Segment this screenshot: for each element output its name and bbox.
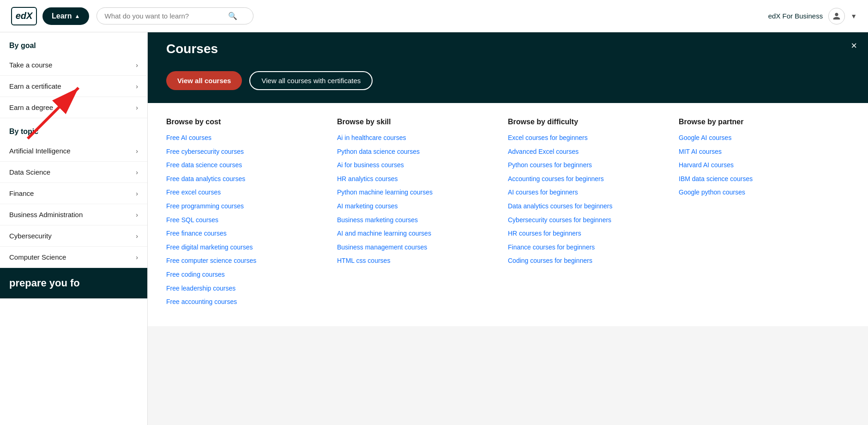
view-all-courses-with-certs-button[interactable]: View all courses with certificates (249, 71, 373, 90)
chevron-right-icon: › (136, 232, 138, 240)
close-button[interactable]: × (851, 40, 857, 52)
chevron-right-icon: › (136, 169, 138, 176)
sidebar-item-earn-certificate[interactable]: Earn a certificate › (0, 76, 147, 97)
sidebar-item-cyber-label: Cybersecurity (9, 232, 52, 240)
browse-link-0-4[interactable]: Free excel courses (166, 188, 328, 197)
browse-link-3-2[interactable]: Harvard AI courses (679, 161, 840, 170)
search-icon: 🔍 (228, 12, 237, 20)
sidebar-item-take-course[interactable]: Take a course › (0, 55, 147, 76)
browse-link-2-4[interactable]: AI courses for beginners (508, 188, 669, 197)
browse-link-0-9[interactable]: Free computer science courses (166, 256, 328, 266)
sidebar-item-business-admin[interactable]: Business Administration › (0, 204, 147, 225)
learn-label: Learn (52, 12, 72, 20)
search-bar: 🔍 (96, 7, 253, 24)
sidebar-item-earn-degree[interactable]: Earn a degree › (0, 97, 147, 118)
browse-link-1-3[interactable]: HR analytics courses (337, 175, 499, 184)
user-icon[interactable] (828, 8, 845, 24)
header: edX Learn ▲ 🔍 edX For Business ▼ (0, 0, 868, 32)
chevron-right-icon: › (136, 147, 138, 155)
browse-link-2-7[interactable]: HR courses for beginners (508, 229, 669, 238)
main-layout: By goal Take a course › Earn a certifica… (0, 32, 868, 425)
browse-column-0: Browse by costFree AI coursesFree cybers… (166, 118, 337, 311)
sidebar-bottom-banner: prepare you fo (0, 268, 147, 298)
browse-link-2-5[interactable]: Data analytics courses for beginners (508, 202, 669, 211)
browse-link-0-8[interactable]: Free digital marketing courses (166, 243, 328, 252)
sidebar-item-biz-admin-label: Business Administration (9, 211, 83, 219)
browse-link-1-1[interactable]: Python data science courses (337, 147, 499, 157)
browse-link-2-6[interactable]: Cybersecurity courses for beginners (508, 216, 669, 225)
sidebar-item-data-science[interactable]: Data Science › (0, 162, 147, 183)
chevron-right-icon: › (136, 104, 138, 111)
chevron-up-icon: ▲ (75, 13, 80, 19)
browse-link-1-9[interactable]: HTML css courses (337, 256, 499, 266)
sidebar-item-ai-label: Artificial Intelligence (9, 147, 71, 155)
sidebar-item-ai[interactable]: Artificial Intelligence › (0, 140, 147, 162)
courses-header-buttons: View all courses View all courses with c… (166, 71, 373, 90)
sidebar-item-computer-science[interactable]: Computer Science › (0, 247, 147, 268)
edx-logo[interactable]: edX (11, 7, 37, 25)
browse-link-3-1[interactable]: MIT AI courses (679, 147, 840, 157)
browse-link-0-5[interactable]: Free programming courses (166, 202, 328, 211)
for-business-link[interactable]: edX For Business (768, 12, 823, 20)
browse-link-0-12[interactable]: Free accounting courses (166, 298, 328, 307)
browse-grid: Browse by costFree AI coursesFree cybers… (148, 103, 868, 326)
browse-link-1-4[interactable]: Python machine learning courses (337, 188, 499, 197)
chevron-right-icon: › (136, 83, 138, 90)
browse-column-title-0: Browse by cost (166, 118, 328, 126)
browse-link-1-7[interactable]: AI and machine learning courses (337, 229, 499, 238)
browse-link-1-2[interactable]: Ai for business courses (337, 161, 499, 170)
courses-header: Courses View all courses View all course… (148, 32, 868, 103)
browse-column-title-1: Browse by skill (337, 118, 499, 126)
chevron-right-icon: › (136, 211, 138, 219)
browse-link-2-3[interactable]: Accounting courses for beginners (508, 175, 669, 184)
chevron-right-icon: › (136, 254, 138, 261)
sidebar-item-earn-cert-label: Earn a certificate (9, 82, 61, 90)
browse-link-0-11[interactable]: Free leadership courses (166, 284, 328, 293)
browse-link-3-3[interactable]: IBM data science courses (679, 175, 840, 184)
browse-link-0-2[interactable]: Free data science courses (166, 161, 328, 170)
browse-link-2-9[interactable]: Coding courses for beginners (508, 256, 669, 266)
browse-link-0-6[interactable]: Free SQL courses (166, 216, 328, 225)
browse-column-title-3: Browse by partner (679, 118, 840, 126)
view-all-courses-button[interactable]: View all courses (166, 71, 242, 90)
browse-link-0-7[interactable]: Free finance courses (166, 229, 328, 238)
chevron-right-icon: › (136, 61, 138, 69)
browse-link-2-0[interactable]: Excel courses for beginners (508, 134, 669, 143)
browse-link-0-0[interactable]: Free AI courses (166, 134, 328, 143)
sidebar: By goal Take a course › Earn a certifica… (0, 32, 148, 425)
by-goal-title: By goal (0, 32, 147, 55)
dropdown-overlay: Courses View all courses View all course… (148, 32, 868, 326)
bottom-banner-text: prepare you fo (9, 277, 80, 289)
browse-link-0-3[interactable]: Free data analytics courses (166, 175, 328, 184)
sidebar-item-take-course-label: Take a course (9, 61, 52, 69)
header-right: edX For Business ▼ (768, 8, 857, 24)
sidebar-item-finance-label: Finance (9, 189, 34, 197)
browse-link-0-10[interactable]: Free coding courses (166, 270, 328, 279)
learn-button[interactable]: Learn ▲ (42, 7, 89, 25)
sidebar-item-finance[interactable]: Finance › (0, 183, 147, 204)
browse-link-0-1[interactable]: Free cybersecurity courses (166, 147, 328, 157)
sidebar-item-cs-label: Computer Science (9, 253, 66, 261)
browse-link-1-8[interactable]: Business management courses (337, 243, 499, 252)
by-topic-title: By topic (0, 118, 147, 140)
browse-link-2-1[interactable]: Advanced Excel courses (508, 147, 669, 157)
search-input[interactable] (104, 12, 224, 20)
browse-column-1: Browse by skillAi in healthcare coursesP… (337, 118, 508, 311)
sidebar-item-earn-degree-label: Earn a degree (9, 103, 53, 111)
browse-link-1-6[interactable]: Business marketing courses (337, 216, 499, 225)
sidebar-item-data-science-label: Data Science (9, 168, 50, 176)
sidebar-item-cybersecurity[interactable]: Cybersecurity › (0, 225, 147, 247)
header-dropdown-arrow[interactable]: ▼ (850, 12, 857, 20)
browse-column-2: Browse by difficultyExcel courses for be… (508, 118, 679, 311)
logo-text: edX (16, 11, 33, 21)
browse-link-3-4[interactable]: Google python courses (679, 188, 840, 197)
browse-column-title-2: Browse by difficulty (508, 118, 669, 126)
courses-title: Courses (166, 42, 218, 56)
browse-link-3-0[interactable]: Google AI courses (679, 134, 840, 143)
browse-link-1-5[interactable]: AI marketing courses (337, 202, 499, 211)
browse-link-2-8[interactable]: Finance courses for beginners (508, 243, 669, 252)
chevron-right-icon: › (136, 190, 138, 197)
browse-link-2-2[interactable]: Python courses for beginners (508, 161, 669, 170)
browse-column-3: Browse by partnerGoogle AI coursesMIT AI… (679, 118, 850, 311)
browse-link-1-0[interactable]: Ai in healthcare courses (337, 134, 499, 143)
